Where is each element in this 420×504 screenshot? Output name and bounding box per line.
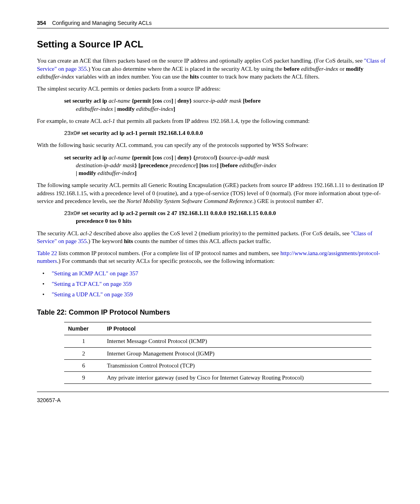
- body-paragraph: Table 22 lists common IP protocol number…: [37, 249, 389, 265]
- table-row: 2 Internet Group Management Protocol (IG…: [64, 347, 371, 359]
- body-paragraph: The simplest security ACL permits or den…: [37, 85, 389, 93]
- command-syntax: set security acl ip acl-name {permit [co…: [37, 97, 389, 113]
- body-paragraph: With the following basic security ACL co…: [37, 141, 389, 149]
- table-row: 9 Any private interior gateway (used by …: [64, 372, 371, 384]
- document-id: 320657-A: [37, 397, 389, 404]
- protocol-name: Internet Message Control Protocol (ICMP): [103, 335, 371, 347]
- table-row: 6 Transmission Control Protocol (TCP): [64, 359, 371, 371]
- list-item: "Setting an ICMP ACL" on page 357: [37, 270, 389, 277]
- cli-prompt: 23x0#: [64, 130, 80, 136]
- protocol-number: 2: [64, 347, 103, 359]
- body-paragraph: The security ACL acl-2 described above a…: [37, 229, 389, 245]
- link-udp-acl[interactable]: "Setting a UDP ACL" on page 359: [52, 291, 133, 298]
- header-rule: [37, 28, 389, 28]
- link-table-22[interactable]: Table 22: [37, 250, 57, 256]
- protocol-name: Transmission Control Protocol (TCP): [103, 359, 371, 371]
- body-paragraph: You can create an ACE that filters packe…: [37, 57, 389, 80]
- table-title: Table 22: Common IP Protocol Numbers: [37, 308, 389, 317]
- protocol-table: Number IP Protocol 1 Internet Message Co…: [64, 322, 371, 384]
- list-item: "Setting a TCP ACL" on page 359: [37, 280, 389, 288]
- table-row: 1 Internet Message Control Protocol (ICM…: [64, 335, 371, 347]
- page-number: 354: [37, 20, 46, 26]
- protocol-name: Any private interior gateway (used by Ci…: [103, 372, 371, 384]
- command-example: 23x0# set security acl ip acl-1 permit 1…: [37, 129, 389, 137]
- link-tcp-acl[interactable]: "Setting a TCP ACL" on page 359: [52, 281, 132, 287]
- body-paragraph: For example, to create ACL acl-1 that pe…: [37, 117, 389, 125]
- protocol-number: 6: [64, 359, 103, 371]
- command-syntax: set security acl ip acl-name {permit [co…: [37, 154, 389, 177]
- cross-reference-list: "Setting an ICMP ACL" on page 357 "Setti…: [37, 270, 389, 299]
- table-header-protocol: IP Protocol: [103, 322, 371, 335]
- command-example: 23x0# set security acl ip acl-2 permit c…: [37, 209, 389, 225]
- body-paragraph: The following sample security ACL permit…: [37, 181, 389, 205]
- protocol-number: 1: [64, 335, 103, 347]
- link-icmp-acl[interactable]: "Setting an ICMP ACL" on page 357: [52, 270, 138, 276]
- chapter-title: Configuring and Managing Security ACLs: [52, 20, 152, 26]
- page-header: 354 Configuring and Managing Security AC…: [37, 19, 389, 27]
- table-header-number: Number: [64, 322, 103, 335]
- list-item: "Setting a UDP ACL" on page 359: [37, 290, 389, 298]
- cli-prompt: 23x0#: [64, 210, 80, 216]
- protocol-name: Internet Group Management Protocol (IGMP…: [103, 347, 371, 359]
- section-heading: Setting a Source IP ACL: [37, 38, 389, 51]
- protocol-number: 9: [64, 372, 103, 384]
- footer-rule: [37, 392, 389, 392]
